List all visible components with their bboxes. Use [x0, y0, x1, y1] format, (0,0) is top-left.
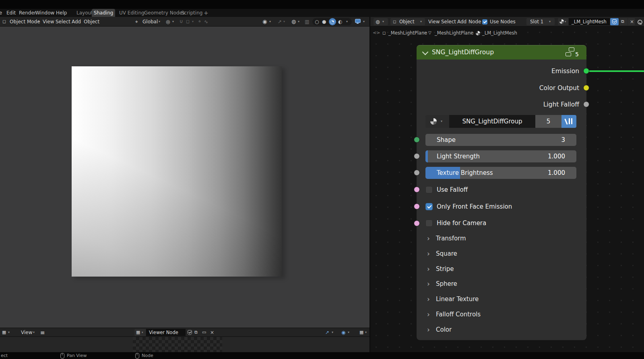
socket-use-falloff-input[interactable] [414, 187, 420, 193]
shader-menu-add[interactable]: Add [457, 17, 466, 27]
shader-menu-node[interactable]: Node [469, 17, 481, 27]
image-view-menu[interactable]: View [21, 328, 32, 337]
visibility-chevron-icon[interactable]: ▾ [269, 17, 271, 27]
section-linear-texture[interactable]: Linear Texture [436, 295, 479, 304]
menu-help[interactable]: Help [56, 9, 67, 17]
socket-emission[interactable] [583, 68, 589, 74]
viewport-menu-object[interactable]: Object [84, 17, 99, 27]
shading-wireframe-icon[interactable]: ○ [315, 17, 319, 27]
visibility-eye-icon[interactable]: ◉ [262, 17, 267, 27]
snap-chevron-icon[interactable]: ▾ [192, 17, 194, 27]
viewer-name-text[interactable]: Viewer Node [149, 328, 178, 337]
checkbox-use-falloff-label[interactable]: Use Falloff [437, 185, 468, 194]
image-editor-type-chevron-icon[interactable]: ▾ [8, 328, 10, 337]
menu-edit[interactable]: Edit [6, 9, 16, 17]
node-title[interactable]: SNG_LightDiffGroup [432, 45, 494, 59]
socket-texture-brightness-input[interactable] [414, 170, 420, 176]
material-name-text[interactable]: _LM_LightMesh [572, 17, 607, 27]
mode-chevron-icon[interactable]: ▾ [38, 17, 39, 27]
checkbox-only-front-face-emission[interactable] [425, 203, 433, 210]
shader-type-icon[interactable]: ◍ [376, 17, 380, 27]
image-render-view-icon[interactable]: ↗ [325, 328, 329, 337]
snap-target-icon[interactable]: ◻ [186, 17, 190, 27]
overlays-chevron-icon[interactable]: ▾ [298, 17, 299, 27]
image-pass-chevron-icon[interactable]: ▾ [365, 328, 367, 337]
snap-magnet-icon[interactable]: ∩ [180, 17, 183, 27]
shading-chevron-icon[interactable]: ▾ [346, 17, 348, 27]
socket-hide-for-camera-input[interactable] [414, 220, 420, 226]
section-transform-arrow-icon[interactable]: › [427, 234, 430, 243]
image-display-channels-icon[interactable]: ◉ [341, 328, 345, 337]
mode-selector[interactable]: Object Mode [10, 17, 40, 27]
socket-shape-input[interactable] [414, 137, 420, 143]
viewport-menu-select[interactable]: Select [56, 17, 70, 27]
shader-type-chevron-icon[interactable]: ▾ [382, 17, 384, 27]
section-linear-texture-arrow-icon[interactable]: › [427, 295, 430, 304]
breadcrumb-material[interactable]: _LM_LightMesh [482, 29, 517, 37]
transform-orientation-icon[interactable]: ⌖ [135, 17, 138, 27]
menu-file[interactable]: File [0, 9, 2, 17]
editor-divider[interactable] [369, 17, 370, 352]
section-sphere-arrow-icon[interactable]: › [427, 279, 430, 288]
tab-scripting[interactable]: Scripting [181, 9, 202, 17]
group-browse-button[interactable] [425, 115, 449, 128]
tab-shading[interactable]: Shading [92, 9, 115, 17]
shading-rendered-icon[interactable]: ◐ [338, 17, 342, 27]
image-view-chevron-icon[interactable]: ▾ [33, 328, 35, 337]
id-type-chevron-icon[interactable]: ▾ [420, 17, 422, 27]
group-name-text[interactable]: SNG_LightDiffGroup [449, 115, 535, 128]
display-chevron-icon[interactable]: ▾ [363, 17, 365, 27]
section-falloff-controls[interactable]: Falloff Controls [436, 310, 481, 319]
gradient-plane-object[interactable] [72, 66, 282, 277]
gizmo-icon[interactable]: ↗ [278, 17, 282, 27]
section-stripe-arrow-icon[interactable]: › [427, 265, 430, 273]
add-workspace-icon[interactable]: + [204, 9, 208, 17]
image-pass-icon[interactable]: ▦ [359, 328, 363, 337]
socket-light-strength-input[interactable] [414, 153, 420, 159]
tab-uv-editing[interactable]: UV Editing [119, 9, 144, 17]
section-square-arrow-icon[interactable]: › [427, 249, 430, 258]
section-stripe[interactable]: Stripe [436, 265, 454, 273]
pivot-point-icon[interactable]: ◎ [166, 17, 170, 27]
slot-label[interactable]: Slot 1 [530, 17, 543, 27]
material-chevron-icon[interactable]: ▾ [565, 17, 566, 27]
group-browse-chevron-icon[interactable]: ▾ [441, 115, 442, 128]
pivot-chevron-icon[interactable]: ▾ [172, 17, 174, 27]
use-nodes-checkbox[interactable] [482, 19, 487, 25]
id-type-label[interactable]: Object [399, 17, 414, 27]
section-falloff-controls-arrow-icon[interactable]: › [427, 310, 430, 319]
orientation-chevron-icon[interactable]: ▾ [159, 17, 160, 27]
socket-light-falloff[interactable] [583, 101, 589, 107]
hamburger-icon[interactable]: ≡ [40, 328, 45, 337]
proportional-falloff-icon[interactable]: ∿ [204, 17, 208, 27]
image-render-view-chevron-icon[interactable]: ▾ [332, 328, 333, 337]
checkbox-hide-for-camera-label[interactable]: Hide for Camera [437, 219, 486, 228]
section-color-arrow-icon[interactable]: › [427, 325, 430, 334]
image-display-channels-chevron-icon[interactable]: ▾ [348, 328, 349, 337]
gizmo-chevron-icon[interactable]: ▾ [283, 17, 285, 27]
checkbox-hide-for-camera[interactable] [425, 220, 433, 227]
section-color[interactable]: Color [436, 325, 452, 334]
image-editor-canvas[interactable] [0, 337, 370, 352]
shader-menu-view[interactable]: View [428, 17, 440, 27]
section-square[interactable]: Square [436, 249, 457, 258]
shader-menu-select[interactable]: Select [441, 17, 456, 27]
shading-solid-icon[interactable]: ● [322, 17, 326, 27]
breadcrumb-mesh[interactable]: _MeshLightPlane [435, 29, 473, 37]
proportional-editing-icon[interactable]: ◦ [198, 17, 201, 27]
orientation-selector[interactable]: Global [142, 17, 158, 27]
viewer-copy-icon[interactable]: ⧉ [194, 328, 198, 337]
checkbox-use-falloff[interactable] [425, 186, 433, 193]
menu-render[interactable]: Render [19, 9, 36, 17]
socket-only-front-face-input[interactable] [414, 203, 420, 209]
overlays-icon[interactable]: ◍ [291, 17, 296, 27]
socket-color-output[interactable] [583, 85, 589, 91]
menu-window[interactable]: Window [35, 9, 54, 17]
viewer-open-folder-icon[interactable]: ▭ [202, 328, 206, 337]
viewer-fake-user-icon[interactable] [188, 330, 192, 335]
section-transform[interactable]: Transform [436, 234, 466, 243]
param-row-shape[interactable]: Shape 3 [425, 134, 576, 146]
image-editor-type-icon[interactable]: ▦ [2, 328, 6, 337]
tab-layout[interactable]: Layout [76, 9, 93, 17]
node-editor-canvas[interactable]: <> ◻ _MeshLightPlane > ▽ _MeshLightPlane… [370, 27, 644, 352]
